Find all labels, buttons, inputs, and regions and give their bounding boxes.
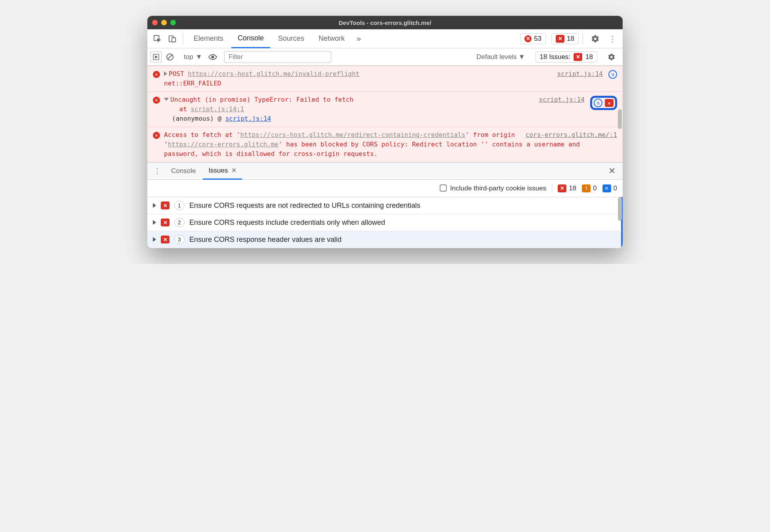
issue-warn-count[interactable]: ! 0 bbox=[582, 184, 597, 192]
issue-badge-icon[interactable]: ✕ bbox=[605, 99, 614, 107]
at-symbol: @ bbox=[218, 115, 222, 122]
cors-url-2[interactable]: https://cors-errors.glitch.me bbox=[168, 141, 278, 148]
window-controls bbox=[152, 20, 176, 25]
cors-text-pre: Access to fetch at ' bbox=[164, 131, 240, 139]
count-value: 0 bbox=[593, 184, 597, 192]
console-error-row[interactable]: ✕ POST https://cors-host.glitch.me/inval… bbox=[147, 66, 623, 92]
drawer-tab-issues[interactable]: Issues ✕ bbox=[203, 162, 242, 180]
issue-row[interactable]: ✕ 3 Ensure CORS response header values a… bbox=[147, 231, 623, 248]
stack-func: (anonymous) bbox=[172, 115, 214, 122]
console-settings-gear-icon[interactable] bbox=[604, 53, 619, 61]
stack-link[interactable]: script.js:14:1 bbox=[191, 105, 244, 113]
info-icon: ≡ bbox=[602, 184, 611, 192]
issue-info-count[interactable]: ≡ 0 bbox=[602, 184, 617, 192]
stack-source-link[interactable]: script.js:14 bbox=[225, 115, 271, 122]
titlebar: DevTools - cors-errors.glitch.me/ bbox=[147, 16, 623, 29]
issue-icon: ✕ bbox=[161, 236, 170, 243]
third-party-checkbox[interactable]: Include third-party cookie issues bbox=[440, 184, 546, 192]
log-levels-selector[interactable]: Default levels ▼ bbox=[473, 53, 529, 61]
request-url[interactable]: https://cors-host.glitch.me/invalid-pref… bbox=[188, 70, 359, 78]
error-count: 53 bbox=[534, 35, 541, 43]
cors-url-1a[interactable]: https://cors-host.glitch.me/redi bbox=[240, 131, 362, 139]
tab-elements[interactable]: Elements bbox=[187, 29, 230, 48]
issue-title: Ensure CORS response header values are v… bbox=[189, 236, 341, 244]
issues-label: 18 Issues: bbox=[540, 53, 571, 61]
issue-title: Ensure CORS requests include credentials… bbox=[189, 218, 385, 227]
close-window-button[interactable] bbox=[152, 20, 158, 25]
issue-row[interactable]: ✕ 1 Ensure CORS requests are not redirec… bbox=[147, 197, 623, 214]
drawer-kebab-icon[interactable]: ⋮ bbox=[151, 167, 164, 175]
cors-url-1b[interactable]: rect-containing-credentials bbox=[362, 131, 465, 139]
drawer-tab-bar: ⋮ Console Issues ✕ ✕ bbox=[147, 162, 623, 180]
issues-count: 18 bbox=[567, 35, 574, 43]
tab-sources[interactable]: Sources bbox=[272, 29, 311, 48]
error-message: Uncaught (in promise) TypeError: Failed … bbox=[170, 96, 353, 103]
console-messages: ✕ POST https://cors-host.glitch.me/inval… bbox=[147, 66, 623, 162]
maximize-window-button[interactable] bbox=[170, 20, 176, 25]
error-code: net::ERR_FAILED bbox=[164, 80, 221, 87]
issue-error-count[interactable]: ✕ 18 bbox=[558, 184, 576, 192]
expand-triangle-icon[interactable] bbox=[153, 237, 156, 242]
scrollbar[interactable] bbox=[618, 197, 622, 221]
svg-line-5 bbox=[168, 55, 172, 59]
issue-icon: ✕ bbox=[558, 184, 566, 192]
expand-triangle-icon[interactable] bbox=[164, 71, 167, 76]
divider bbox=[183, 33, 183, 44]
issue-icon: ✕ bbox=[574, 53, 582, 61]
issue-count-pill: 2 bbox=[174, 218, 185, 227]
network-badge-icon[interactable]: ⇅ bbox=[594, 99, 602, 107]
error-count-badge[interactable]: ✕ 53 bbox=[520, 33, 546, 44]
issues-list: ✕ 1 Ensure CORS requests are not redirec… bbox=[147, 197, 623, 248]
context-label: top bbox=[184, 53, 193, 61]
issues-count-badge[interactable]: ✕ 18 bbox=[551, 33, 579, 44]
source-link[interactable]: script.js:14 bbox=[557, 69, 604, 88]
filter-input[interactable] bbox=[224, 51, 331, 63]
chevron-down-icon: ▼ bbox=[518, 53, 525, 61]
source-link[interactable]: cors-errors.glitch.me/:1 bbox=[522, 130, 617, 140]
close-tab-icon[interactable]: ✕ bbox=[231, 167, 236, 174]
devtools-window: DevTools - cors-errors.glitch.me/ Elemen… bbox=[147, 16, 623, 248]
chevron-down-icon: ▼ bbox=[196, 53, 202, 61]
tab-network[interactable]: Network bbox=[312, 29, 351, 48]
live-expression-icon[interactable] bbox=[208, 52, 218, 62]
issue-icon: ✕ bbox=[556, 35, 564, 43]
svg-rect-2 bbox=[172, 38, 175, 42]
divider bbox=[583, 33, 583, 44]
collapse-triangle-icon[interactable] bbox=[164, 98, 169, 101]
device-toolbar-icon[interactable] bbox=[166, 32, 179, 46]
settings-gear-icon[interactable] bbox=[587, 34, 604, 43]
more-tabs-button[interactable]: » bbox=[353, 34, 365, 43]
request-method: POST bbox=[169, 70, 184, 78]
scrollbar[interactable] bbox=[618, 109, 622, 129]
expand-triangle-icon[interactable] bbox=[153, 203, 156, 208]
tab-console[interactable]: Console bbox=[231, 29, 270, 48]
checkbox-icon bbox=[440, 184, 447, 192]
error-icon: ✕ bbox=[153, 71, 160, 78]
issues-pill-count: 18 bbox=[585, 53, 593, 61]
console-toolbar: top ▼ Default levels ▼ 18 Issues: ✕ 18 bbox=[147, 48, 623, 66]
context-selector[interactable]: top ▼ bbox=[181, 53, 204, 61]
clear-console-icon[interactable] bbox=[165, 52, 175, 62]
toggle-sidebar-icon[interactable] bbox=[151, 51, 162, 63]
svg-point-6 bbox=[212, 56, 214, 58]
drawer-tab-console[interactable]: Console bbox=[166, 162, 201, 180]
issue-count-pill: 3 bbox=[174, 235, 185, 244]
count-value: 18 bbox=[569, 184, 576, 192]
warning-icon: ! bbox=[582, 184, 591, 192]
issue-row[interactable]: ✕ 2 Ensure CORS requests include credent… bbox=[147, 214, 623, 231]
main-tab-bar: Elements Console Sources Network » ✕ 53 … bbox=[147, 29, 623, 48]
levels-label: Default levels bbox=[476, 53, 517, 61]
drawer-tab-issues-label: Issues bbox=[208, 167, 228, 175]
source-link[interactable]: script.js:14 bbox=[539, 95, 586, 124]
minimize-window-button[interactable] bbox=[161, 20, 167, 25]
expand-triangle-icon[interactable] bbox=[153, 220, 156, 225]
console-error-row[interactable]: ✕ cors-errors.glitch.me/:1 Access to fet… bbox=[147, 127, 623, 162]
console-error-row[interactable]: ✕ Uncaught (in promise) TypeError: Faile… bbox=[147, 92, 623, 127]
network-badge-icon[interactable]: ⇅ bbox=[608, 70, 617, 79]
inspect-element-icon[interactable] bbox=[151, 32, 164, 46]
drawer-close-icon[interactable]: ✕ bbox=[604, 166, 619, 176]
issues-summary-button[interactable]: 18 Issues: ✕ 18 bbox=[536, 51, 597, 63]
error-icon: ✕ bbox=[153, 97, 160, 104]
issue-title: Ensure CORS requests are not redirected … bbox=[189, 201, 420, 210]
kebab-menu-icon[interactable]: ⋮ bbox=[605, 34, 619, 44]
